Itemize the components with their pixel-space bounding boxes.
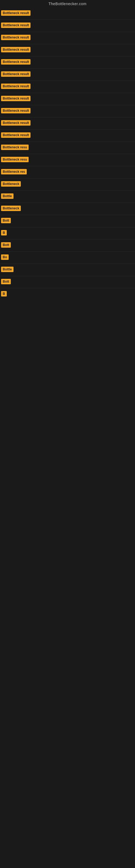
- result-row: Bo: [0, 252, 135, 264]
- bottleneck-badge[interactable]: Bottleneck result: [1, 35, 31, 40]
- bottleneck-badge[interactable]: Bottleneck resu: [1, 157, 29, 162]
- results-container: Bottleneck resultBottleneck resultBottle…: [0, 8, 135, 300]
- result-row: Bottleneck result: [0, 32, 135, 44]
- result-row: Bottleneck: [0, 203, 135, 215]
- result-row: Bottleneck result: [0, 8, 135, 20]
- bottleneck-badge[interactable]: Bottleneck: [1, 206, 21, 211]
- bottleneck-badge[interactable]: Bottleneck result: [1, 132, 31, 138]
- bottleneck-badge[interactable]: Bottleneck result: [1, 71, 31, 77]
- bottleneck-badge[interactable]: Bo: [1, 254, 9, 260]
- bottleneck-badge[interactable]: Bott: [1, 279, 11, 284]
- result-row: Bottle: [0, 191, 135, 203]
- result-row: Bottleneck result: [0, 20, 135, 32]
- result-row: Bott: [0, 276, 135, 288]
- bottleneck-badge[interactable]: Bottleneck result: [1, 108, 31, 113]
- result-row: Bottle: [0, 264, 135, 276]
- bottleneck-badge[interactable]: Bottleneck result: [1, 84, 31, 89]
- bottleneck-badge[interactable]: B: [1, 291, 7, 297]
- bottleneck-badge[interactable]: Bottleneck: [1, 181, 21, 187]
- result-row: Bottleneck result: [0, 130, 135, 142]
- result-row: Bottleneck result: [0, 69, 135, 81]
- site-title: TheBottlenecker.com: [0, 0, 135, 8]
- result-row: Bottleneck: [0, 179, 135, 191]
- result-row: Bottleneck result: [0, 118, 135, 130]
- bottleneck-badge[interactable]: Bottleneck result: [1, 59, 31, 65]
- result-row: Bottleneck result: [0, 105, 135, 118]
- bottleneck-badge[interactable]: Bottle: [1, 267, 13, 272]
- result-row: Bott: [0, 215, 135, 227]
- result-row: Bottleneck res: [0, 166, 135, 179]
- result-row: Bottleneck result: [0, 93, 135, 105]
- result-row: B: [0, 288, 135, 300]
- bottleneck-badge[interactable]: Bottleneck result: [1, 120, 31, 126]
- result-row: Bottleneck resu: [0, 142, 135, 154]
- result-row: Bottleneck resu: [0, 154, 135, 166]
- result-row: Bottleneck result: [0, 44, 135, 56]
- site-title-bar: TheBottlenecker.com: [0, 0, 135, 8]
- bottleneck-badge[interactable]: Bottleneck result: [1, 23, 31, 28]
- bottleneck-badge[interactable]: Bottleneck result: [1, 10, 31, 16]
- bottleneck-badge[interactable]: Bottleneck result: [1, 96, 31, 101]
- bottleneck-badge[interactable]: Bottle: [1, 193, 13, 199]
- bottleneck-badge[interactable]: Bottleneck res: [1, 169, 27, 175]
- result-row: Bottleneck result: [0, 81, 135, 93]
- result-row: Bottleneck result: [0, 56, 135, 69]
- result-row: Bott: [0, 240, 135, 252]
- bottleneck-badge[interactable]: Bott: [1, 242, 11, 248]
- result-row: B: [0, 227, 135, 240]
- bottleneck-badge[interactable]: Bottleneck resu: [1, 145, 29, 150]
- bottleneck-badge[interactable]: B: [1, 230, 7, 236]
- bottleneck-badge[interactable]: Bottleneck result: [1, 47, 31, 52]
- bottleneck-badge[interactable]: Bott: [1, 218, 11, 223]
